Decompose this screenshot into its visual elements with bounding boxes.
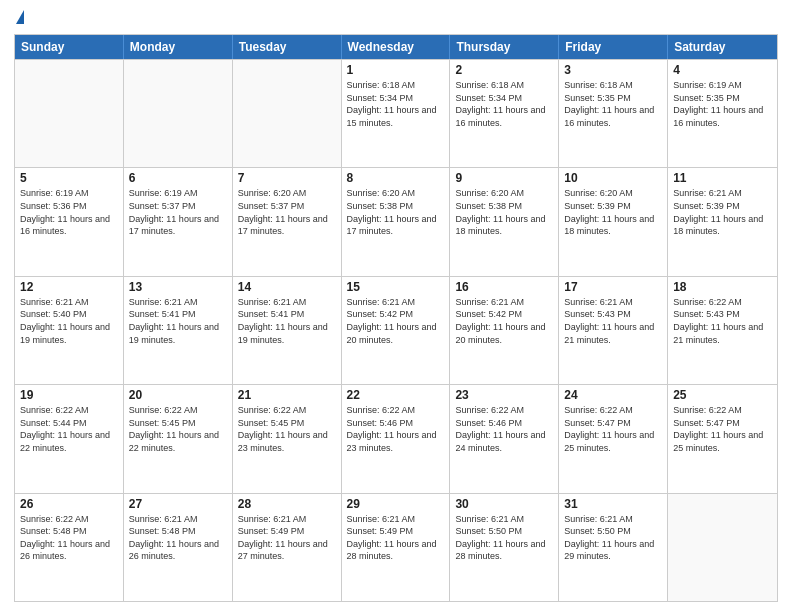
calendar-row: 26Sunrise: 6:22 AMSunset: 5:48 PMDayligh… [15,493,777,601]
cell-text: Sunrise: 6:22 AMSunset: 5:46 PMDaylight:… [347,404,445,454]
day-number: 24 [564,388,662,402]
day-number: 18 [673,280,772,294]
cell-text: Sunrise: 6:21 AMSunset: 5:42 PMDaylight:… [347,296,445,346]
cell-text: Sunrise: 6:21 AMSunset: 5:50 PMDaylight:… [564,513,662,563]
cell-text: Sunrise: 6:22 AMSunset: 5:45 PMDaylight:… [129,404,227,454]
cell-text: Sunrise: 6:22 AMSunset: 5:43 PMDaylight:… [673,296,772,346]
calendar-body: 1Sunrise: 6:18 AMSunset: 5:34 PMDaylight… [15,59,777,601]
calendar-cell: 21Sunrise: 6:22 AMSunset: 5:45 PMDayligh… [233,385,342,492]
day-number: 26 [20,497,118,511]
calendar-cell: 15Sunrise: 6:21 AMSunset: 5:42 PMDayligh… [342,277,451,384]
weekday-header: Tuesday [233,35,342,59]
cell-text: Sunrise: 6:20 AMSunset: 5:38 PMDaylight:… [347,187,445,237]
calendar-cell [668,494,777,601]
weekday-header: Wednesday [342,35,451,59]
weekday-header: Sunday [15,35,124,59]
day-number: 19 [20,388,118,402]
day-number: 31 [564,497,662,511]
day-number: 23 [455,388,553,402]
cell-text: Sunrise: 6:18 AMSunset: 5:34 PMDaylight:… [455,79,553,129]
calendar-cell: 22Sunrise: 6:22 AMSunset: 5:46 PMDayligh… [342,385,451,492]
calendar-cell: 30Sunrise: 6:21 AMSunset: 5:50 PMDayligh… [450,494,559,601]
calendar-cell: 26Sunrise: 6:22 AMSunset: 5:48 PMDayligh… [15,494,124,601]
calendar-cell: 14Sunrise: 6:21 AMSunset: 5:41 PMDayligh… [233,277,342,384]
day-number: 8 [347,171,445,185]
cell-text: Sunrise: 6:21 AMSunset: 5:41 PMDaylight:… [238,296,336,346]
day-number: 17 [564,280,662,294]
calendar-cell: 12Sunrise: 6:21 AMSunset: 5:40 PMDayligh… [15,277,124,384]
calendar-cell [15,60,124,167]
cell-text: Sunrise: 6:21 AMSunset: 5:50 PMDaylight:… [455,513,553,563]
calendar-cell: 23Sunrise: 6:22 AMSunset: 5:46 PMDayligh… [450,385,559,492]
day-number: 20 [129,388,227,402]
day-number: 7 [238,171,336,185]
weekday-header: Saturday [668,35,777,59]
day-number: 1 [347,63,445,77]
day-number: 21 [238,388,336,402]
cell-text: Sunrise: 6:19 AMSunset: 5:35 PMDaylight:… [673,79,772,129]
cell-text: Sunrise: 6:21 AMSunset: 5:49 PMDaylight:… [347,513,445,563]
cell-text: Sunrise: 6:20 AMSunset: 5:37 PMDaylight:… [238,187,336,237]
calendar-cell: 10Sunrise: 6:20 AMSunset: 5:39 PMDayligh… [559,168,668,275]
calendar-cell: 16Sunrise: 6:21 AMSunset: 5:42 PMDayligh… [450,277,559,384]
calendar-cell: 27Sunrise: 6:21 AMSunset: 5:48 PMDayligh… [124,494,233,601]
calendar-cell: 5Sunrise: 6:19 AMSunset: 5:36 PMDaylight… [15,168,124,275]
calendar-cell: 9Sunrise: 6:20 AMSunset: 5:38 PMDaylight… [450,168,559,275]
cell-text: Sunrise: 6:18 AMSunset: 5:35 PMDaylight:… [564,79,662,129]
calendar-header: SundayMondayTuesdayWednesdayThursdayFrid… [15,35,777,59]
cell-text: Sunrise: 6:21 AMSunset: 5:49 PMDaylight:… [238,513,336,563]
calendar-cell: 19Sunrise: 6:22 AMSunset: 5:44 PMDayligh… [15,385,124,492]
cell-text: Sunrise: 6:21 AMSunset: 5:40 PMDaylight:… [20,296,118,346]
calendar-row: 19Sunrise: 6:22 AMSunset: 5:44 PMDayligh… [15,384,777,492]
weekday-header: Thursday [450,35,559,59]
calendar-cell: 13Sunrise: 6:21 AMSunset: 5:41 PMDayligh… [124,277,233,384]
cell-text: Sunrise: 6:22 AMSunset: 5:48 PMDaylight:… [20,513,118,563]
calendar-cell: 20Sunrise: 6:22 AMSunset: 5:45 PMDayligh… [124,385,233,492]
logo-triangle-icon [16,10,24,24]
day-number: 12 [20,280,118,294]
calendar-cell: 24Sunrise: 6:22 AMSunset: 5:47 PMDayligh… [559,385,668,492]
calendar-cell [124,60,233,167]
cell-text: Sunrise: 6:22 AMSunset: 5:44 PMDaylight:… [20,404,118,454]
calendar-cell: 29Sunrise: 6:21 AMSunset: 5:49 PMDayligh… [342,494,451,601]
calendar-cell: 6Sunrise: 6:19 AMSunset: 5:37 PMDaylight… [124,168,233,275]
cell-text: Sunrise: 6:20 AMSunset: 5:39 PMDaylight:… [564,187,662,237]
calendar-row: 5Sunrise: 6:19 AMSunset: 5:36 PMDaylight… [15,167,777,275]
calendar-cell [233,60,342,167]
cell-text: Sunrise: 6:21 AMSunset: 5:42 PMDaylight:… [455,296,553,346]
day-number: 14 [238,280,336,294]
day-number: 6 [129,171,227,185]
day-number: 22 [347,388,445,402]
calendar-cell: 17Sunrise: 6:21 AMSunset: 5:43 PMDayligh… [559,277,668,384]
header [14,10,778,26]
cell-text: Sunrise: 6:19 AMSunset: 5:37 PMDaylight:… [129,187,227,237]
cell-text: Sunrise: 6:22 AMSunset: 5:46 PMDaylight:… [455,404,553,454]
calendar-cell: 3Sunrise: 6:18 AMSunset: 5:35 PMDaylight… [559,60,668,167]
calendar-cell: 1Sunrise: 6:18 AMSunset: 5:34 PMDaylight… [342,60,451,167]
cell-text: Sunrise: 6:22 AMSunset: 5:47 PMDaylight:… [673,404,772,454]
cell-text: Sunrise: 6:18 AMSunset: 5:34 PMDaylight:… [347,79,445,129]
logo [14,10,24,26]
cell-text: Sunrise: 6:22 AMSunset: 5:47 PMDaylight:… [564,404,662,454]
day-number: 13 [129,280,227,294]
page: SundayMondayTuesdayWednesdayThursdayFrid… [0,0,792,612]
day-number: 5 [20,171,118,185]
cell-text: Sunrise: 6:21 AMSunset: 5:41 PMDaylight:… [129,296,227,346]
weekday-header: Monday [124,35,233,59]
calendar-cell: 8Sunrise: 6:20 AMSunset: 5:38 PMDaylight… [342,168,451,275]
calendar-cell: 18Sunrise: 6:22 AMSunset: 5:43 PMDayligh… [668,277,777,384]
day-number: 25 [673,388,772,402]
calendar-cell: 4Sunrise: 6:19 AMSunset: 5:35 PMDaylight… [668,60,777,167]
calendar-row: 1Sunrise: 6:18 AMSunset: 5:34 PMDaylight… [15,59,777,167]
cell-text: Sunrise: 6:22 AMSunset: 5:45 PMDaylight:… [238,404,336,454]
day-number: 15 [347,280,445,294]
day-number: 10 [564,171,662,185]
day-number: 11 [673,171,772,185]
calendar-cell: 28Sunrise: 6:21 AMSunset: 5:49 PMDayligh… [233,494,342,601]
day-number: 4 [673,63,772,77]
day-number: 3 [564,63,662,77]
calendar-cell: 7Sunrise: 6:20 AMSunset: 5:37 PMDaylight… [233,168,342,275]
day-number: 2 [455,63,553,77]
calendar-row: 12Sunrise: 6:21 AMSunset: 5:40 PMDayligh… [15,276,777,384]
calendar-cell: 25Sunrise: 6:22 AMSunset: 5:47 PMDayligh… [668,385,777,492]
